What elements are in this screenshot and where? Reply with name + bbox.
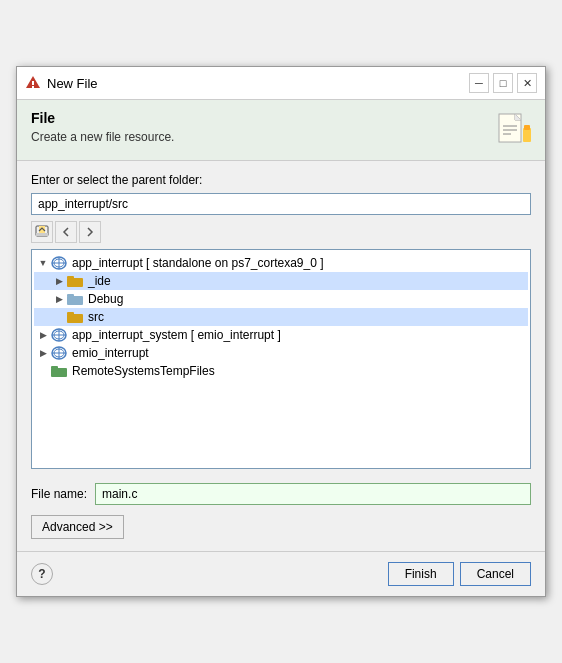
toggle-debug[interactable]: ▶: [52, 292, 66, 306]
folder-icon-remote-systems: [50, 363, 68, 379]
toggle-src[interactable]: [52, 310, 66, 324]
toggle-emio-interrupt[interactable]: ▶: [36, 346, 50, 360]
navigate-up-button[interactable]: [31, 221, 53, 243]
project-icon-app-interrupt-system: [50, 327, 68, 343]
tree-label-debug: Debug: [88, 292, 123, 306]
close-button[interactable]: ✕: [517, 73, 537, 93]
parent-folder-input[interactable]: [31, 193, 531, 215]
tree-item-remote-systems[interactable]: RemoteSystemsTempFiles: [34, 362, 528, 380]
folder-tree[interactable]: ▼ app_interrupt [ standalone on ps7_cort…: [31, 249, 531, 469]
tree-label-src: src: [88, 310, 104, 324]
minimize-button[interactable]: ─: [469, 73, 489, 93]
toggle-remote-systems[interactable]: [36, 364, 50, 378]
window-controls: ─ □ ✕: [469, 73, 537, 93]
svg-rect-2: [32, 86, 34, 88]
svg-rect-13: [36, 233, 48, 236]
svg-rect-21: [67, 296, 83, 305]
tree-item-app-interrupt[interactable]: ▼ app_interrupt [ standalone on ps7_cort…: [34, 254, 528, 272]
svg-rect-20: [67, 276, 74, 279]
header-title: File: [31, 110, 174, 126]
title-bar: New File ─ □ ✕: [17, 67, 545, 100]
file-name-input[interactable]: [95, 483, 531, 505]
folder-icon-src: [66, 309, 84, 325]
svg-rect-1: [32, 81, 34, 85]
tree-item-debug[interactable]: ▶ Debug: [34, 290, 528, 308]
app-icon: [25, 75, 41, 91]
tree-label-app-interrupt-system: app_interrupt_system [ emio_interrupt ]: [72, 328, 281, 342]
svg-rect-34: [51, 366, 58, 369]
tree-toolbar: [31, 221, 531, 243]
header-text: File Create a new file resource.: [31, 110, 174, 144]
svg-rect-10: [523, 128, 531, 142]
toggle-ide[interactable]: ▶: [52, 274, 66, 288]
file-name-section: File name:: [31, 483, 531, 505]
folder-icon-debug: [66, 291, 84, 307]
dialog-title: New File: [47, 76, 98, 91]
tree-item-ide[interactable]: ▶ _ide: [34, 272, 528, 290]
navigate-back-button[interactable]: [55, 221, 77, 243]
svg-rect-11: [524, 125, 530, 130]
toggle-app-interrupt[interactable]: ▼: [36, 256, 50, 270]
svg-rect-23: [67, 314, 83, 323]
cancel-button[interactable]: Cancel: [460, 562, 531, 586]
advanced-button[interactable]: Advanced >>: [31, 515, 124, 539]
finish-button[interactable]: Finish: [388, 562, 454, 586]
tree-item-app-interrupt-system[interactable]: ▶ app_interrupt_system [ emio_interrupt …: [34, 326, 528, 344]
project-icon-app-interrupt: [50, 255, 68, 271]
project-icon-emio-interrupt: [50, 345, 68, 361]
content-area: Enter or select the parent folder:: [17, 161, 545, 551]
title-bar-left: New File: [25, 75, 98, 91]
navigate-forward-button[interactable]: [79, 221, 101, 243]
tree-label-app-interrupt: app_interrupt [ standalone on ps7_cortex…: [72, 256, 324, 270]
header-icon: [491, 110, 531, 150]
tree-item-emio-interrupt[interactable]: ▶ emio_interrupt: [34, 344, 528, 362]
tree-label-emio-interrupt: emio_interrupt: [72, 346, 149, 360]
new-file-dialog: New File ─ □ ✕ File Create a new file re…: [16, 66, 546, 597]
footer: ? Finish Cancel: [17, 551, 545, 596]
parent-folder-label: Enter or select the parent folder:: [31, 173, 531, 187]
folder-icon-ide: [66, 273, 84, 289]
footer-left: ?: [31, 563, 382, 585]
header-description: Create a new file resource.: [31, 130, 174, 144]
svg-rect-24: [67, 312, 74, 315]
tree-item-src[interactable]: src: [34, 308, 528, 326]
tree-label-remote-systems: RemoteSystemsTempFiles: [72, 364, 215, 378]
tree-label-ide: _ide: [88, 274, 111, 288]
toggle-app-interrupt-system[interactable]: ▶: [36, 328, 50, 342]
file-name-label: File name:: [31, 487, 87, 501]
svg-rect-33: [51, 368, 67, 377]
header-section: File Create a new file resource.: [17, 100, 545, 161]
maximize-button[interactable]: □: [493, 73, 513, 93]
help-button[interactable]: ?: [31, 563, 53, 585]
svg-rect-19: [67, 278, 83, 287]
svg-rect-22: [67, 294, 74, 297]
